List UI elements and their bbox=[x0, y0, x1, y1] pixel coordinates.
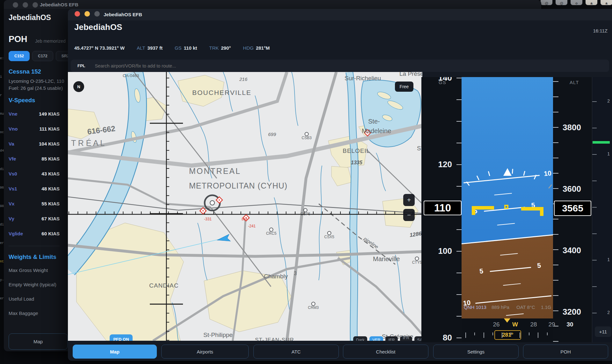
minimize-icon[interactable] bbox=[84, 11, 90, 17]
pfd-toggle-button[interactable]: PFD ON bbox=[110, 334, 133, 341]
vspeed-row: Vy67 KIAS bbox=[9, 216, 60, 221]
status-field-value: 110 kt bbox=[184, 45, 197, 51]
speed-tape-number: 80 bbox=[443, 333, 452, 342]
fix-icon bbox=[312, 302, 315, 306]
vspeed-label: Vs1 bbox=[9, 186, 17, 191]
pitch-label: 5 bbox=[532, 261, 546, 270]
vsi-scale-label: 1 bbox=[607, 151, 610, 156]
roll-scale-tick bbox=[488, 171, 490, 176]
fix-icon bbox=[328, 232, 331, 235]
heading-tape-number: 30 bbox=[566, 321, 573, 328]
nav-poh[interactable]: POH bbox=[523, 345, 608, 359]
speed-tick bbox=[456, 273, 462, 273]
vspeed-value: 67 KIAS bbox=[41, 216, 60, 221]
free-label: Free bbox=[400, 84, 409, 89]
terminal-text-fragment: er bbox=[0, 297, 4, 300]
heading-tick bbox=[529, 332, 529, 335]
map-label: 1335 bbox=[351, 160, 363, 165]
zoom-out-button[interactable]: − bbox=[403, 209, 415, 221]
map-label: CA-0463 bbox=[123, 73, 139, 78]
vfr-map[interactable]: CA-0463616-662BOUCHERVILLE216St-Charles-… bbox=[68, 72, 422, 341]
map-style-vfr[interactable]: VFR bbox=[369, 336, 383, 341]
heading-tape-number: 29 bbox=[548, 321, 555, 328]
zoom-in-button[interactable]: + bbox=[403, 194, 415, 206]
vspeed-label: Vno bbox=[9, 126, 18, 132]
aircraft-engine: Lycoming O-235-L2C, 110 bbox=[9, 78, 64, 84]
aircraft-tab-c172[interactable]: C172 bbox=[32, 51, 53, 61]
vsi-tick bbox=[592, 154, 597, 155]
altitude-value: 3565 bbox=[562, 203, 583, 214]
app-icon[interactable]: a bbox=[586, 0, 597, 5]
window-minimize-icon[interactable] bbox=[23, 2, 28, 8]
status-field-hdg: HDG281°M bbox=[243, 45, 270, 51]
map-label: ST-JEAN-SUR bbox=[255, 337, 294, 341]
vspeed-value: 43 KIAS bbox=[41, 171, 60, 176]
nav-label: Map bbox=[110, 349, 120, 354]
route-search-input[interactable] bbox=[94, 63, 381, 69]
aircraft-tab-c152[interactable]: C152 bbox=[9, 51, 30, 61]
map-mode-free-button[interactable]: Free bbox=[395, 82, 413, 92]
temp-offset-readout: +11 bbox=[595, 326, 611, 337]
vspeed-row: Va104 KIAS bbox=[9, 141, 60, 146]
map-label: 3 bbox=[294, 271, 297, 276]
heading-tick bbox=[492, 332, 493, 335]
pitch-ladder: 252520201515101010105555 bbox=[462, 77, 553, 318]
heading-pointer-icon bbox=[504, 318, 510, 323]
app-icon[interactable]: @ bbox=[541, 0, 552, 5]
pitch-minor-line bbox=[497, 223, 515, 225]
fix-label: CTY5 bbox=[412, 260, 422, 265]
map-style-ifr[interactable]: IFR bbox=[385, 336, 397, 341]
nav-checklist[interactable]: Checklist bbox=[343, 345, 428, 359]
nav-airports[interactable]: Airports bbox=[161, 345, 249, 359]
heading-tick bbox=[538, 332, 538, 338]
vspeeds-heading: V-Speeds bbox=[9, 97, 35, 104]
pfd-info-2: OAT 8°C bbox=[516, 304, 535, 310]
vspeed-label: Vx bbox=[9, 201, 14, 206]
fix-label: CRC5 bbox=[266, 231, 277, 236]
heading-tape-number: 26 bbox=[493, 321, 499, 328]
heading-tick bbox=[520, 332, 520, 338]
app-icon[interactable]: a bbox=[601, 0, 612, 5]
altitude-tick bbox=[553, 265, 558, 265]
status-field-value: 3937 ft bbox=[147, 45, 163, 51]
pitch-line bbox=[463, 175, 540, 183]
fix-label: CSB3 bbox=[302, 136, 312, 140]
map-style-dark[interactable]: Dark bbox=[353, 336, 367, 341]
fpl-search-bar[interactable]: FPL bbox=[71, 60, 609, 72]
vsi-tick bbox=[592, 286, 597, 287]
window-close-icon[interactable] bbox=[13, 2, 18, 8]
app-icon[interactable]: @ bbox=[556, 0, 567, 5]
window-zoom-icon[interactable] bbox=[33, 2, 38, 8]
nav-settings[interactable]: Settings bbox=[433, 345, 519, 359]
nav-label: ATC bbox=[292, 349, 301, 354]
aircraft-fuel: Fuel: 26 gal (24.5 usable) bbox=[9, 85, 63, 91]
roll-scale-tick bbox=[512, 169, 513, 174]
map-label: CANDIAC bbox=[149, 282, 179, 289]
pitch-label: 10 bbox=[462, 178, 463, 187]
terminal-text-fragment: nt bbox=[0, 260, 4, 263]
aircraft-tabs: C152C172SR22 bbox=[9, 51, 77, 61]
efb-window-titlebar[interactable]: JebediahOS EFB bbox=[68, 9, 612, 20]
flight-status-row: 45.4727° N 73.3921° W ALT3937 ftGS110 kt… bbox=[74, 45, 270, 51]
background-window-titlebar[interactable]: JebediahOS EFB bbox=[4, 0, 541, 9]
vspeed-row: Vs148 KIAS bbox=[9, 186, 60, 191]
map-label: -241 bbox=[248, 224, 256, 228]
altitude-tick bbox=[553, 127, 558, 128]
minus-icon: − bbox=[407, 211, 411, 219]
vspeed-row: Vglide60 KIAS bbox=[9, 231, 60, 236]
nav-map[interactable]: Map bbox=[73, 345, 157, 359]
nav-atc[interactable]: ATC bbox=[253, 345, 339, 359]
map-style-ifr-hi[interactable]: IFR Hi bbox=[400, 336, 412, 341]
zoom-icon[interactable] bbox=[94, 11, 100, 17]
terminal-text-fragment: di bbox=[0, 168, 4, 171]
close-icon[interactable] bbox=[75, 11, 80, 17]
utc-clock: 16:11Z bbox=[593, 28, 608, 33]
altitude-tick bbox=[553, 96, 558, 97]
pitch-minor-line bbox=[500, 253, 518, 255]
background-window-title: JebediahOS EFB bbox=[40, 2, 78, 7]
sidebar-map-button[interactable]: Map bbox=[9, 333, 68, 350]
app-icon[interactable]: o bbox=[571, 0, 582, 5]
speed-tick bbox=[456, 294, 462, 295]
north-up-button[interactable]: N bbox=[73, 81, 84, 92]
vsi-scale-label: 2 bbox=[607, 310, 610, 315]
